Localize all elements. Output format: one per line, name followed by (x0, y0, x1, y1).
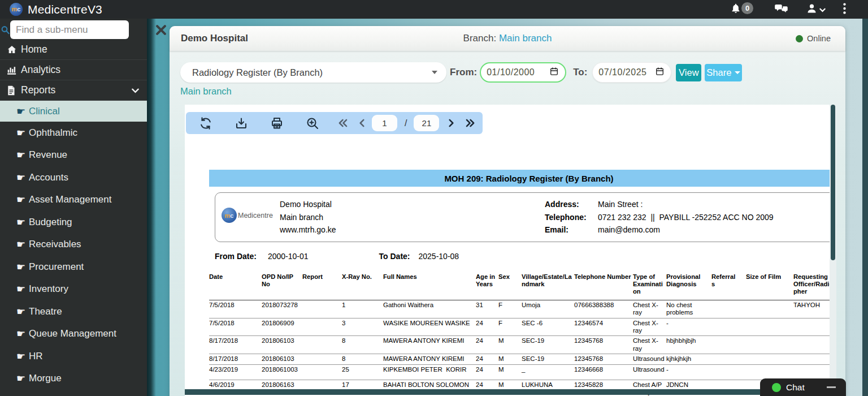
to-date-value: 2025-10-08 (419, 252, 459, 261)
sidebar-item-revenue[interactable]: ☛Revenue (0, 144, 147, 167)
sidebar-item-morgue[interactable]: ☛Morgue (0, 368, 147, 390)
sidebar-item-budgeting[interactable]: ☛Budgeting (0, 211, 147, 234)
refresh-button[interactable] (199, 117, 212, 130)
table-cell (302, 365, 342, 380)
table-row: 7/5/201820180732781Gathoni Waithera31FUm… (209, 300, 836, 318)
sidebar-item-accounts[interactable]: ☛Accounts (0, 166, 147, 189)
branch-name-link[interactable]: Main branch (499, 33, 552, 44)
sidebar-item-analytics[interactable]: Analytics (0, 60, 147, 80)
email-label: Email: (545, 223, 598, 236)
hand-point-icon: ☛ (16, 284, 29, 294)
table-cell: 201806103 (262, 336, 302, 354)
kebab-menu-button[interactable] (843, 3, 846, 16)
sidebar-item-asset-management[interactable]: ☛Asset Management (0, 189, 147, 212)
report-select-value: Radiology Register (By Branch) (192, 67, 323, 78)
sidebar-item-hr[interactable]: ☛HR (0, 345, 147, 368)
table-cell: Umoja (522, 300, 574, 318)
home-icon (7, 45, 21, 54)
address-label: Address: (545, 198, 598, 211)
table-cell: 8 (342, 354, 383, 365)
table-cell: M (498, 365, 522, 380)
branch-link[interactable]: Main branch (180, 86, 232, 97)
sidebar-item-clinical[interactable]: ☛Clinical (0, 101, 147, 122)
sidebar-item-home[interactable]: Home (0, 40, 147, 60)
report-viewer: 1 / 21 MOH 209: Radiology Register (By B… (185, 105, 836, 396)
download-button[interactable] (235, 117, 248, 130)
panel-body: Radiology Register (By Branch) From: 01/… (170, 51, 845, 396)
table-cell (302, 318, 342, 336)
filter-row: Radiology Register (By Branch) From: 01/… (170, 51, 845, 83)
hand-point-icon: ☛ (16, 239, 29, 249)
table-cell: 24 (476, 365, 498, 380)
table-cell: WASIKE MOUREEN WASIKE (383, 318, 476, 336)
calendar-icon[interactable] (656, 67, 664, 78)
user-menu-button[interactable] (806, 3, 826, 16)
last-page-button[interactable] (466, 119, 475, 127)
minimize-icon[interactable] (827, 386, 836, 388)
sidebar-item-receivables[interactable]: ☛Receivables (0, 234, 147, 256)
share-button[interactable]: Share (705, 64, 742, 81)
chat-label: Chat (786, 382, 805, 393)
chat-widget[interactable]: Chat (760, 378, 846, 396)
sidebar-item-ophthalmic[interactable]: ☛Ophthalmic (0, 122, 147, 144)
view-button[interactable]: View (676, 64, 701, 81)
sidebar-item-reports[interactable]: Reports (0, 80, 147, 101)
hand-point-icon: ☛ (16, 329, 29, 339)
table-cell (302, 336, 342, 354)
sidebar-item-theatre[interactable]: ☛Theatre (0, 300, 147, 323)
file-icon (7, 85, 21, 96)
hand-point-icon: ☛ (16, 307, 29, 317)
sidebar-item-label: Budgeting (29, 217, 72, 228)
table-cell (302, 300, 342, 318)
table-cell: 8 (342, 336, 383, 354)
vertical-scrollbar-track[interactable] (830, 105, 836, 396)
chevron-down-icon (819, 5, 826, 15)
from-date-input[interactable]: 01/10/2000 (480, 62, 566, 83)
notification-badge: 0 (741, 2, 753, 14)
to-date-input[interactable]: 07/10/2025 (592, 62, 671, 83)
table-cell: 31 (476, 300, 498, 318)
page-scrollbar[interactable] (862, 19, 868, 396)
calendar-icon[interactable] (550, 67, 558, 78)
search-input[interactable] (10, 20, 129, 39)
sidebar-item-label: Queue Management (29, 328, 116, 339)
current-page-box[interactable]: 1 (372, 115, 397, 131)
print-button[interactable] (270, 117, 284, 130)
column-header: Full Names (383, 273, 476, 300)
table-cell (711, 336, 746, 354)
sidebar-item-inventory[interactable]: ☛Inventory (0, 278, 147, 301)
column-header: Report (302, 273, 342, 300)
first-page-button[interactable] (338, 119, 348, 127)
report-select[interactable]: Radiology Register (By Branch) (180, 62, 446, 83)
column-header: Age in Years (476, 273, 498, 300)
sidebar-item-label: Reports (21, 84, 55, 96)
table-cell (746, 336, 793, 354)
sidebar-item-label: Procurement (29, 261, 84, 273)
column-header: Size of Film (746, 273, 793, 300)
table-cell: 07666388388 (574, 300, 633, 318)
sidebar-item-procurement[interactable]: ☛Procurement (0, 256, 147, 278)
zoom-in-button[interactable] (306, 117, 319, 130)
facility-details: Demo Hospital Main branch www.mtrh.go.ke (280, 198, 336, 236)
table-cell: hbjhbhjbjh (666, 336, 711, 354)
prev-page-button[interactable] (359, 119, 365, 127)
table-cell: M (498, 354, 522, 365)
facility-contact: Address: Telephone: Email: Main Street :… (545, 198, 774, 236)
table-cell: 24 (476, 336, 498, 354)
table-row: 7/5/20182018069093WASIKE MOUREEN WASIKE2… (209, 318, 836, 336)
sidebar-item-queue-management[interactable]: ☛Queue Management (0, 323, 147, 346)
reports-submenu: ☛Clinical☛Ophthalmic☛Revenue☛Accounts☛As… (0, 101, 147, 390)
vertical-scrollbar-thumb[interactable] (831, 105, 835, 260)
close-icon[interactable] (155, 24, 167, 36)
table-cell (711, 300, 746, 318)
contact-values: Main Street : 0721 232 232 || PAYBILL -2… (598, 198, 774, 236)
facility-website: www.mtrh.go.ke (280, 223, 336, 236)
next-page-button[interactable] (448, 119, 454, 127)
messages-button[interactable] (775, 3, 788, 16)
table-cell: 201806909 (262, 318, 302, 336)
email-value: main@demo.com (598, 223, 774, 236)
hand-point-icon: ☛ (16, 373, 29, 384)
notifications-button[interactable]: 0 (730, 3, 741, 16)
horizontal-scrollbar[interactable] (185, 389, 825, 395)
sidebar-item-label: Inventory (29, 283, 68, 295)
